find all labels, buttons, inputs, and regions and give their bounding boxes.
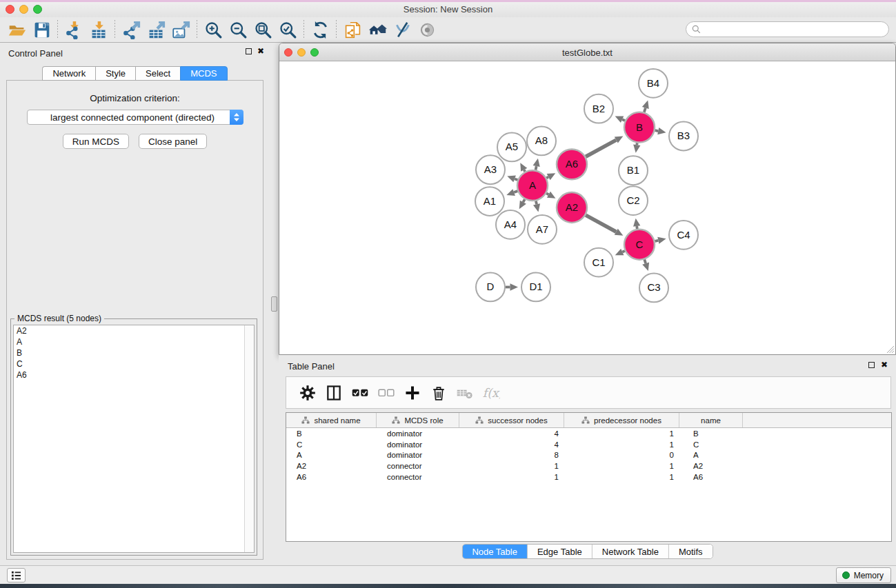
graph-edge-B-B1[interactable] — [633, 143, 640, 152]
memory-button[interactable]: Memory — [836, 567, 891, 583]
column-header-name[interactable]: name — [679, 413, 743, 427]
graph-edge-D-D1[interactable] — [506, 283, 518, 290]
automation-panel-button[interactable] — [7, 568, 26, 582]
zoom-fit-button[interactable] — [250, 19, 275, 41]
graph-edge-C-C1[interactable] — [615, 249, 625, 255]
graph-node-A4[interactable]: A4 — [496, 210, 525, 239]
table-cell[interactable]: A6 — [679, 473, 743, 481]
graph-node-C[interactable]: C — [624, 230, 655, 260]
open-file-button[interactable] — [4, 19, 29, 41]
graph-node-A8[interactable]: A8 — [527, 127, 556, 156]
table-cell[interactable]: A2 — [679, 462, 743, 470]
graph-edge-A-A2[interactable] — [546, 192, 555, 199]
import-network-button[interactable] — [61, 19, 86, 41]
table-cell[interactable]: 1 — [459, 473, 564, 481]
search-input[interactable] — [704, 25, 883, 34]
export-image-button[interactable] — [168, 19, 193, 41]
table-cell[interactable]: 4 — [459, 429, 564, 438]
graph-node-D1[interactable]: D1 — [521, 273, 550, 302]
table-row[interactable]: Cdominator41C — [286, 439, 891, 450]
table-cell[interactable]: 1 — [459, 462, 564, 470]
table-cell[interactable]: connector — [377, 462, 459, 470]
graph-node-A7[interactable]: A7 — [528, 215, 557, 244]
result-item[interactable]: B — [14, 347, 254, 358]
result-item[interactable]: A6 — [14, 369, 254, 381]
table-cell[interactable]: dominator — [377, 451, 459, 459]
save-session-button[interactable] — [29, 19, 54, 41]
graph-edge-A-A1[interactable] — [506, 189, 517, 196]
refresh-layout-button[interactable] — [308, 19, 332, 41]
graph-edge-C-C4[interactable] — [655, 237, 666, 244]
table-cell[interactable]: dominator — [377, 429, 459, 438]
column-header-successor-nodes[interactable]: successor nodes — [459, 413, 564, 427]
graph-edge-A-A7[interactable] — [533, 201, 540, 212]
float-panel-icon[interactable] — [246, 48, 252, 54]
graph-edge-C-C2[interactable] — [633, 219, 640, 229]
table-cell[interactable]: 1 — [564, 473, 679, 481]
close-panel-icon[interactable]: ✖ — [257, 48, 264, 54]
table-cell[interactable]: A6 — [286, 473, 377, 481]
tab-mcds[interactable]: MCDS — [180, 66, 227, 81]
column-panel-button[interactable] — [323, 382, 344, 404]
table-cell[interactable]: 1 — [564, 462, 679, 470]
table-cell[interactable]: A — [679, 451, 743, 459]
graph-node-A2[interactable]: A2 — [557, 192, 587, 223]
graph-node-C1[interactable]: C1 — [584, 248, 613, 277]
graph-node-C3[interactable]: C3 — [639, 274, 668, 303]
graph-node-A5[interactable]: A5 — [497, 133, 526, 162]
tab-style[interactable]: Style — [95, 66, 135, 81]
zoom-selected-button[interactable] — [275, 19, 300, 41]
splitpane-handle[interactable] — [271, 296, 277, 312]
graph-edge-A-A8[interactable] — [533, 159, 540, 170]
result-item[interactable]: A — [14, 336, 254, 347]
graph-node-B3[interactable]: B3 — [669, 122, 698, 151]
table-cell[interactable]: 8 — [459, 451, 564, 459]
result-item[interactable]: C — [14, 358, 254, 369]
export-table-button[interactable] — [143, 19, 168, 41]
result-scrollbar[interactable] — [244, 325, 254, 552]
table-cell[interactable]: dominator — [377, 440, 459, 449]
graph-node-A[interactable]: A — [517, 170, 548, 201]
graph-node-C4[interactable]: C4 — [669, 221, 698, 250]
table-settings-button[interactable] — [297, 382, 318, 404]
close-panel-button[interactable]: Close panel — [139, 134, 207, 149]
graph-node-B[interactable]: B — [624, 112, 655, 143]
add-column-button[interactable] — [402, 382, 423, 404]
table-row[interactable]: A6connector11A6 — [286, 472, 891, 483]
deselect-all-columns-button[interactable] — [376, 382, 397, 404]
graph-node-B1[interactable]: B1 — [619, 156, 648, 185]
graph-node-A3[interactable]: A3 — [476, 155, 505, 184]
table-cell[interactable]: A — [286, 451, 377, 459]
float-table-panel-icon[interactable] — [868, 362, 875, 368]
network-canvas[interactable]: AA6A2BCA5A8A3A1A4A7B2B4B3B1C2C4C1C3DD1 — [279, 61, 895, 354]
tab-select[interactable]: Select — [135, 66, 180, 81]
graph-node-B4[interactable]: B4 — [639, 69, 668, 98]
zoom-in-button[interactable] — [201, 19, 226, 41]
zoom-out-button[interactable] — [226, 19, 250, 41]
graph-edge-B-B3[interactable] — [655, 128, 666, 134]
graph-edge-A-A6[interactable] — [546, 173, 555, 180]
close-table-panel-icon[interactable]: ✖ — [881, 361, 888, 368]
graph-edge-C-C3[interactable] — [642, 259, 649, 270]
duplicate-network-button[interactable] — [340, 19, 365, 41]
table-row[interactable]: Bdominator41B — [286, 428, 891, 439]
column-header-mcds-role[interactable]: MCDS role — [377, 413, 459, 427]
table-cell[interactable]: B — [286, 429, 377, 438]
search-box[interactable] — [686, 21, 889, 37]
tab-motifs[interactable]: Motifs — [669, 545, 713, 558]
graph-edge-B-B4[interactable] — [642, 101, 649, 112]
resize-grip-icon[interactable] — [886, 345, 895, 354]
table-cell[interactable]: C — [679, 440, 743, 449]
table-cell[interactable]: 1 — [564, 429, 679, 438]
delete-column-button[interactable] — [428, 382, 449, 404]
column-header-predecessor-nodes[interactable]: predecessor nodes — [564, 413, 679, 427]
hide-selected-button[interactable] — [390, 19, 415, 41]
graph-edge-A6-B[interactable] — [586, 136, 623, 157]
tab-node-table[interactable]: Node Table — [462, 545, 528, 558]
table-cell[interactable]: 1 — [564, 440, 679, 449]
graph-edge-A-A5[interactable] — [520, 163, 527, 172]
result-item[interactable]: A2 — [14, 325, 254, 336]
graph-node-D[interactable]: D — [476, 273, 505, 302]
graph-edge-A-A3[interactable] — [507, 176, 517, 183]
first-neighbors-button[interactable] — [365, 19, 390, 41]
